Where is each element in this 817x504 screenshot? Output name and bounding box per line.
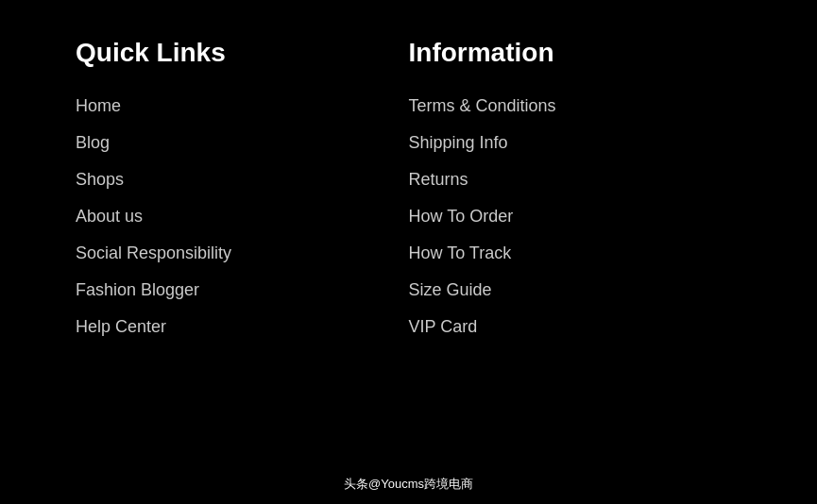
link-shipping-info[interactable]: Shipping Info <box>409 133 742 153</box>
link-size-guide[interactable]: Size Guide <box>409 280 742 300</box>
link-about-us[interactable]: About us <box>76 207 409 227</box>
link-terms-and-conditions[interactable]: Terms & Conditions <box>409 96 742 116</box>
link-blog[interactable]: Blog <box>76 133 409 153</box>
link-fashion-blogger[interactable]: Fashion Blogger <box>76 280 409 300</box>
link-how-to-track[interactable]: How To Track <box>409 244 742 263</box>
link-how-to-order[interactable]: How To Order <box>409 207 742 227</box>
link-help-center[interactable]: Help Center <box>76 317 409 337</box>
information-title: Information <box>409 38 742 68</box>
link-returns[interactable]: Returns <box>409 170 742 190</box>
quick-links-title: Quick Links <box>76 38 409 68</box>
footer-container: Quick LinksHomeBlogShopsAbout usSocial R… <box>0 0 817 504</box>
watermark: 头条@Youcms跨境电商 <box>336 474 481 495</box>
link-vip-card[interactable]: VIP Card <box>409 317 742 337</box>
link-shops[interactable]: Shops <box>76 170 409 190</box>
link-home[interactable]: Home <box>76 96 409 116</box>
column-quick-links: Quick LinksHomeBlogShopsAbout usSocial R… <box>76 38 409 466</box>
column-information: InformationTerms & ConditionsShipping In… <box>409 38 742 466</box>
link-social-responsibility[interactable]: Social Responsibility <box>76 244 409 263</box>
